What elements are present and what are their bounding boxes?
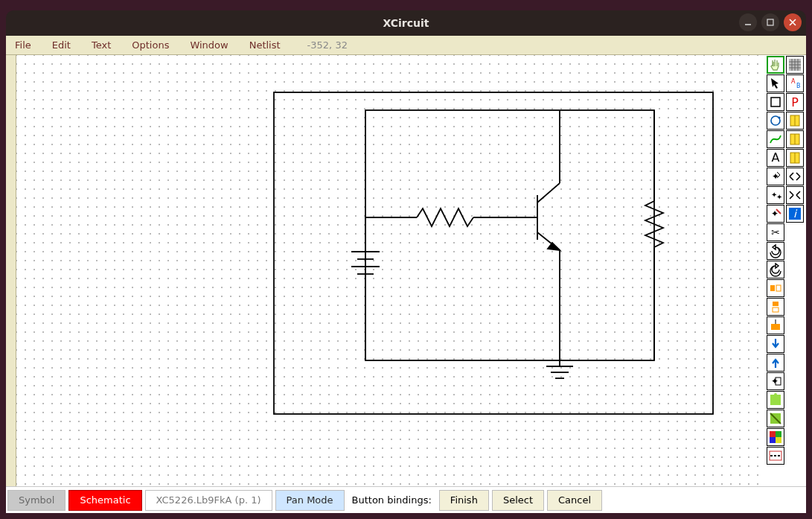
svg-rect-37 — [776, 285, 781, 291]
make-object-icon[interactable]: ✦ — [767, 372, 784, 390]
menu-window[interactable]: Window — [190, 39, 228, 51]
copy-star-icon[interactable]: ✦✦ — [767, 186, 784, 204]
help-info-icon[interactable]: i — [786, 205, 804, 223]
svg-point-28 — [779, 117, 781, 119]
box-icon[interactable] — [767, 93, 784, 111]
tool-column-right: ABPi — [785, 55, 805, 486]
edit-star-icon[interactable]: ✦ — [767, 205, 784, 223]
svg-text:A: A — [791, 78, 796, 85]
menu-netlist[interactable]: Netlist — [249, 39, 281, 51]
param-AB-icon[interactable]: AB — [786, 74, 804, 92]
svg-rect-40 — [771, 324, 780, 330]
fill-grid-icon[interactable] — [786, 56, 804, 74]
zoom-in-icon[interactable] — [786, 186, 804, 204]
svg-rect-49 — [770, 437, 776, 443]
close-button[interactable] — [784, 13, 802, 31]
rotate-cw-icon[interactable] — [767, 242, 784, 260]
symbol-mode-button[interactable]: Symbol — [7, 490, 65, 511]
window-title: XCircuit — [383, 17, 429, 29]
menu-options[interactable]: Options — [132, 39, 169, 51]
library-2-icon[interactable] — [786, 130, 804, 148]
delete-scissors-icon[interactable]: ✂ — [767, 223, 784, 241]
select-button[interactable]: Select — [492, 490, 544, 511]
down-blue-arrow-icon[interactable] — [767, 335, 784, 353]
library-1-icon[interactable] — [786, 112, 804, 130]
svg-rect-47 — [770, 431, 776, 437]
button-bindings-label: Button bindings: — [348, 494, 436, 506]
app-window: File Edit Text Options Window Netlist -3… — [6, 36, 806, 513]
colors-palette-icon[interactable] — [767, 428, 784, 446]
svg-rect-48 — [776, 431, 781, 437]
cancel-button[interactable]: Cancel — [547, 490, 602, 511]
svg-rect-43 — [770, 395, 781, 405]
puzzle-green-icon[interactable] — [767, 391, 784, 409]
schematic-drawing — [16, 55, 764, 486]
dashline-icon[interactable] — [767, 447, 784, 465]
finish-button[interactable]: Finish — [439, 490, 489, 511]
arc-icon[interactable] — [767, 112, 784, 130]
up-blue-arrow-icon[interactable] — [767, 354, 784, 372]
svg-rect-5 — [365, 110, 654, 360]
svg-text:✦: ✦ — [776, 193, 782, 201]
flip-v-orange-icon[interactable] — [767, 298, 784, 316]
menu-text[interactable]: Text — [92, 39, 111, 51]
menu-file[interactable]: File — [15, 39, 31, 51]
minimize-button[interactable] — [739, 13, 757, 31]
left-margin-strip — [6, 55, 16, 486]
statusbar: Symbol Schematic XC5226.Lb9FkA (p. 1) Pa… — [6, 486, 806, 513]
cursor-coords: -352, 32 — [307, 39, 348, 51]
svg-rect-1 — [767, 19, 773, 25]
tool-column-left: A✦✦✦✦✂✦ — [766, 55, 785, 486]
library-3-icon[interactable] — [786, 149, 804, 167]
svg-text:✂: ✂ — [771, 226, 780, 238]
param-P-icon[interactable]: P — [786, 93, 804, 111]
svg-text:B: B — [796, 83, 801, 89]
flip-h-orange-icon[interactable] — [767, 279, 784, 297]
svg-marker-19 — [548, 243, 560, 250]
drawing-canvas[interactable] — [16, 55, 764, 486]
svg-line-16 — [537, 183, 560, 203]
spline-icon[interactable] — [767, 130, 784, 148]
pan-hand-icon[interactable] — [767, 56, 784, 74]
svg-rect-4 — [274, 92, 713, 414]
svg-rect-39 — [773, 308, 779, 312]
text-A-icon[interactable]: A — [767, 149, 784, 167]
svg-rect-26 — [771, 98, 780, 106]
maximize-button[interactable] — [761, 13, 779, 31]
menubar: File Edit Text Options Window Netlist -3… — [6, 36, 806, 55]
titlebar: XCircuit — [6, 10, 806, 36]
svg-point-44 — [774, 393, 777, 396]
unjoin-green-icon[interactable] — [767, 410, 784, 427]
svg-rect-36 — [770, 285, 775, 291]
svg-text:P: P — [791, 95, 799, 109]
pan-mode-button[interactable]: Pan Mode — [275, 490, 345, 511]
svg-rect-50 — [776, 437, 781, 443]
svg-rect-38 — [773, 302, 779, 306]
move-star-icon[interactable]: ✦ — [767, 168, 784, 185]
schematic-mode-button[interactable]: Schematic — [68, 490, 141, 511]
arrow-select-icon[interactable] — [767, 74, 784, 92]
zoom-out-icon[interactable] — [786, 168, 804, 185]
rotate-ccw-icon[interactable] — [767, 261, 784, 278]
menu-edit[interactable]: Edit — [52, 39, 71, 51]
page-file-label: XC5226.Lb9FkA (p. 1) — [145, 490, 272, 511]
push-orange-icon[interactable] — [767, 316, 784, 334]
svg-text:A: A — [772, 150, 780, 165]
